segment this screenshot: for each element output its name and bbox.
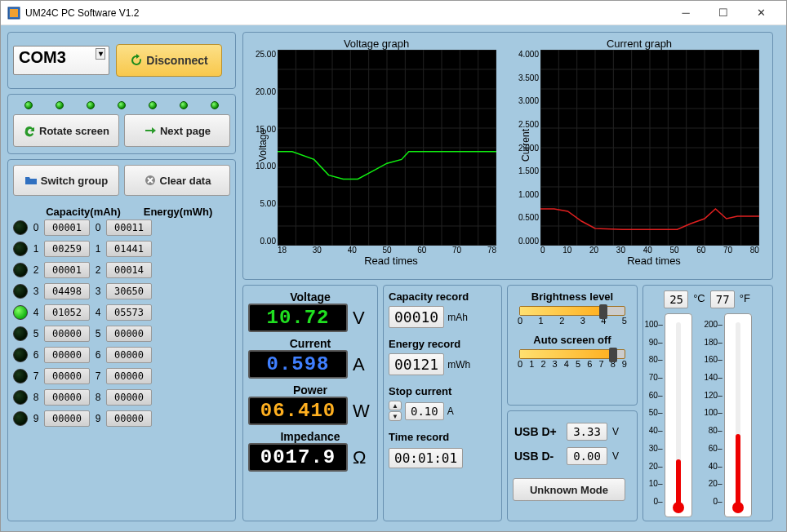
stop-current-up[interactable]: ▲ <box>389 401 402 410</box>
group-capacity[interactable]: 01052 <box>44 304 90 321</box>
group-energy[interactable]: 00014 <box>106 262 152 278</box>
led-row <box>13 100 230 111</box>
group-energy[interactable]: 00000 <box>106 368 152 384</box>
brightness-label: Brightness level <box>513 290 632 303</box>
nav-panel: Rotate screen Next page <box>7 94 236 154</box>
current-chart <box>540 50 759 246</box>
group-capacity[interactable]: 00001 <box>44 262 90 278</box>
thermometer-fahrenheit <box>724 313 752 517</box>
group-row-1: 1 00259 1 01441 <box>13 241 230 257</box>
voltage-xlabel: Read times <box>278 255 505 267</box>
temp-f-unit: °F <box>738 290 752 308</box>
group-indicator <box>13 263 28 277</box>
group-row-7: 7 00000 7 00000 <box>13 368 230 384</box>
current-unit: A <box>353 354 372 375</box>
group-row-2: 2 00001 2 00014 <box>13 262 230 278</box>
readings-panel: Voltage 10.72V Current 0.598A Power 06.4… <box>242 285 378 521</box>
led-6 <box>211 101 219 109</box>
group-capacity[interactable]: 00000 <box>44 368 90 384</box>
group-indicator <box>13 411 28 426</box>
rotate-screen-button[interactable]: Rotate screen <box>13 114 119 147</box>
energy-header: Energy(mWh) <box>137 206 219 218</box>
group-energy[interactable]: 00000 <box>106 347 152 363</box>
voltage-value: 10.72 <box>248 304 348 332</box>
group-energy[interactable]: 01441 <box>106 241 152 257</box>
group-capacity[interactable]: 00001 <box>44 219 90 236</box>
connection-panel: COM3 ▾ Disconnect <box>7 32 236 89</box>
time-record-value: 00:01:01 <box>389 448 463 468</box>
group-rows-container: 0 00001 0 00011 1 00259 1 01441 2 00001 … <box>13 219 230 427</box>
current-chart-title: Current graph <box>511 38 767 50</box>
stop-current-unit: A <box>447 406 454 417</box>
group-row-6: 6 00000 6 00000 <box>13 347 230 363</box>
app-icon <box>7 7 20 20</box>
group-energy[interactable]: 00000 <box>106 410 152 427</box>
group-indicator <box>13 220 28 235</box>
brightness-ticks: 012345 <box>513 316 632 326</box>
power-value: 06.410 <box>248 397 348 425</box>
group-capacity[interactable]: 00000 <box>44 410 90 427</box>
group-indicator <box>13 348 28 362</box>
brightness-slider[interactable] <box>519 306 625 316</box>
close-button[interactable]: ✕ <box>742 2 780 24</box>
titlebar: UM24C PC Software V1.2 ─ ☐ ✕ <box>1 1 786 25</box>
group-capacity[interactable]: 00259 <box>44 241 90 257</box>
clear-data-button[interactable]: Clear data <box>124 165 230 196</box>
next-page-button[interactable]: Next page <box>124 114 230 147</box>
led-1 <box>56 101 64 109</box>
thermometer-celsius <box>665 313 692 517</box>
group-energy[interactable]: 00011 <box>106 219 152 236</box>
com-port-select[interactable]: COM3 ▾ <box>13 46 109 75</box>
group-capacity[interactable]: 00000 <box>44 347 90 363</box>
group-energy[interactable]: 00000 <box>106 326 152 342</box>
disconnect-button[interactable]: Disconnect <box>116 44 222 77</box>
group-index: 7 <box>31 370 41 382</box>
folder-icon <box>24 174 38 187</box>
usb-mode-button[interactable]: Unknown Mode <box>513 478 625 501</box>
svg-rect-1 <box>10 9 18 17</box>
group-energy[interactable]: 05573 <box>106 304 152 321</box>
led-3 <box>118 101 126 109</box>
group-index: 8 <box>31 392 41 403</box>
voltage-ylabel: Voltage <box>257 129 269 162</box>
group-energy[interactable]: 00000 <box>106 389 152 406</box>
group-energy[interactable]: 30650 <box>106 283 152 299</box>
window-controls: ─ ☐ ✕ <box>667 2 780 24</box>
current-ylabel: Current <box>520 129 531 162</box>
impedance-value: 0017.9 <box>248 443 348 472</box>
current-label: Current <box>248 337 372 350</box>
group-index: 3 <box>31 286 41 297</box>
voltage-chart-title: Voltage graph <box>248 38 505 50</box>
group-index-r: 6 <box>93 349 103 361</box>
group-index-r: 7 <box>93 370 103 382</box>
voltage-unit: V <box>353 308 372 329</box>
capacity-record-unit: mAh <box>447 312 468 323</box>
stop-current-down[interactable]: ▼ <box>389 411 402 421</box>
charts-panel: Voltage graph Voltage 25.0020.0015.0010.… <box>242 32 773 280</box>
capacity-record-value: 00010 <box>389 306 444 328</box>
group-capacity[interactable]: 00000 <box>44 326 90 342</box>
switch-group-button[interactable]: Switch group <box>13 165 119 196</box>
led-2 <box>87 101 95 109</box>
maximize-button[interactable]: ☐ <box>705 2 742 24</box>
stop-current-value[interactable]: 0.10 <box>405 402 444 420</box>
energy-record-label: Energy record <box>389 338 496 350</box>
group-index-r: 4 <box>93 307 103 318</box>
group-capacity[interactable]: 00000 <box>44 389 90 406</box>
current-value: 0.598 <box>248 350 348 379</box>
group-indicator <box>13 326 28 341</box>
minimize-button[interactable]: ─ <box>667 2 705 24</box>
data-groups-panel: Switch group Clear data Capacity(mAh) En… <box>7 159 236 521</box>
dropdown-icon[interactable]: ▾ <box>96 48 105 60</box>
group-index-r: 3 <box>93 286 103 297</box>
group-row-4: 4 01052 4 05573 <box>13 304 230 321</box>
led-4 <box>149 101 157 109</box>
temp-c-value: 25 <box>664 290 688 308</box>
group-capacity[interactable]: 04498 <box>44 283 90 299</box>
group-index: 4 <box>31 307 41 318</box>
power-unit: W <box>353 401 372 422</box>
auto-off-slider[interactable] <box>519 349 625 359</box>
usb-dplus-unit: V <box>612 426 619 437</box>
group-indicator <box>13 242 28 256</box>
capacity-record-label: Capacity record <box>389 290 496 303</box>
